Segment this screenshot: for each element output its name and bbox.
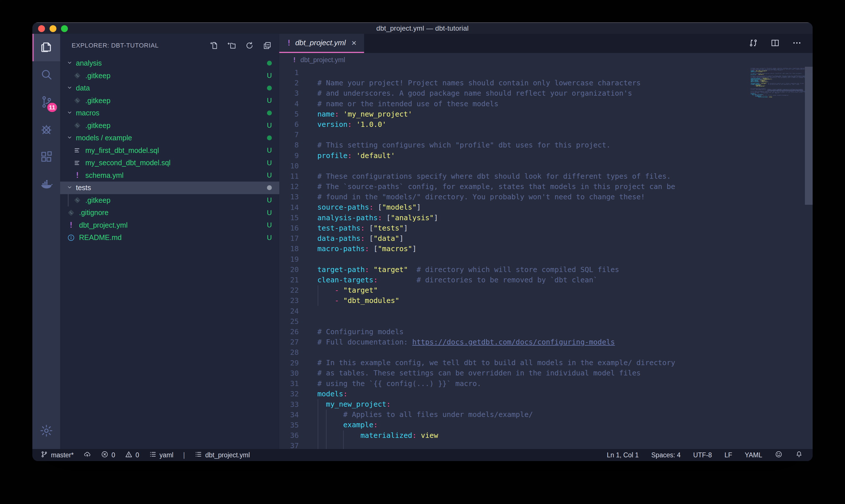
- main-area: 11 EXPLORER: DBT-TUTORIAL analysis.gitke…: [32, 34, 813, 449]
- status-git-branch[interactable]: master*: [40, 450, 74, 460]
- titlebar[interactable]: dbt_project.yml — dbt-tutorial: [32, 22, 813, 34]
- status-outline-yaml[interactable]: yaml: [149, 450, 174, 460]
- code-line-1[interactable]: [317, 68, 749, 78]
- code-line-17[interactable]: data-paths: ["data"]: [317, 233, 749, 244]
- code-line-6[interactable]: version: '1.0.0': [317, 120, 749, 130]
- code-line-5[interactable]: name: 'my_new_project': [317, 109, 749, 120]
- code-line-10[interactable]: [317, 161, 749, 171]
- status-notifications[interactable]: [795, 450, 803, 460]
- code-line-15[interactable]: analysis-paths: ["analysis"]: [317, 213, 749, 223]
- split-editor-icon[interactable]: [770, 38, 780, 49]
- close-tab-icon[interactable]: ×: [352, 39, 357, 47]
- status-publish[interactable]: [83, 450, 91, 460]
- code-line-23[interactable]: - "dbt_modules": [317, 295, 749, 306]
- code-line-20[interactable]: target-path: "target" # directory which …: [317, 265, 749, 275]
- code-line-30[interactable]: # as tables. These settings can be overr…: [317, 368, 749, 378]
- tree-item-models-example[interactable]: models / example: [60, 132, 279, 144]
- code-line-9[interactable]: profile: 'default': [317, 151, 749, 161]
- activity-item-search[interactable]: [32, 61, 60, 89]
- code-line-36[interactable]: materialized: view: [317, 430, 749, 441]
- code-line-12[interactable]: # The `source-paths` config, for example…: [317, 182, 749, 192]
- tree-item--gitkeep[interactable]: .gitkeepU: [60, 94, 279, 107]
- tab-dbt-project-yml[interactable]: ! dbt_project.yml ×: [279, 34, 364, 53]
- tree-item-dbt-project-yml[interactable]: !dbt_project.ymlU: [60, 219, 279, 232]
- tree-item--gitkeep[interactable]: .gitkeepU: [60, 70, 279, 82]
- activity-item-settings[interactable]: [32, 417, 60, 445]
- breadcrumb[interactable]: ! dbt_project.yml: [279, 53, 813, 67]
- activity-item-docker[interactable]: [32, 171, 60, 199]
- code-line-7[interactable]: [317, 130, 749, 140]
- code-line-25[interactable]: [317, 317, 749, 327]
- compare-changes-icon[interactable]: [749, 38, 758, 49]
- code-line-31[interactable]: # using the `{{ config(...) }}` macro.: [317, 379, 749, 389]
- indent-guide: [318, 295, 318, 306]
- minimap[interactable]: # Name your project! Project names shoul…: [749, 67, 805, 449]
- code-line-34[interactable]: # Applies to all files under models/exam…: [317, 410, 749, 420]
- code-editor[interactable]: 1234567891011121314151617181920212223242…: [279, 67, 813, 449]
- activity-item-source-control[interactable]: 11: [32, 89, 60, 116]
- collapse-all-icon[interactable]: [263, 41, 272, 50]
- tree-item-my-second-dbt-model-sql[interactable]: my_second_dbt_model.sqlU: [60, 157, 279, 169]
- tree-item-tests[interactable]: tests: [60, 182, 279, 194]
- code-line-37[interactable]: [317, 441, 749, 449]
- status-eol[interactable]: LF: [724, 451, 732, 459]
- zoom-window-button[interactable]: [61, 25, 68, 32]
- code-line-28[interactable]: [317, 347, 749, 358]
- code-line-35[interactable]: example:: [317, 420, 749, 430]
- code-line-32[interactable]: models:: [317, 389, 749, 399]
- doc-link[interactable]: https://docs.getdbt.com/docs/configuring…: [412, 338, 615, 346]
- status-cursor-position[interactable]: Ln 1, Col 1: [607, 451, 639, 459]
- tree-item--gitkeep[interactable]: .gitkeepU: [60, 194, 279, 207]
- tree-item-readme-md[interactable]: README.mdU: [60, 231, 279, 244]
- code-line-8[interactable]: # This setting configures which "profile…: [317, 140, 749, 150]
- tree-item-label: .gitkeep: [85, 96, 111, 105]
- indent-guide: [318, 399, 318, 410]
- status-outline-file[interactable]: dbt_project.yml: [195, 450, 250, 460]
- code-line-13[interactable]: # found in the "models/" directory. You …: [317, 192, 749, 202]
- activity-item-explorer[interactable]: [32, 34, 60, 61]
- close-window-button[interactable]: [38, 25, 45, 32]
- code-line-18[interactable]: macro-paths: ["macros"]: [317, 244, 749, 254]
- code-content[interactable]: # Name your project! Project names shoul…: [317, 68, 749, 449]
- code-line-11[interactable]: # These configurations specify where dbt…: [317, 171, 749, 182]
- code-line-3[interactable]: # and underscores. A good package name s…: [317, 88, 749, 98]
- code-line-22[interactable]: - "target": [317, 285, 749, 295]
- status-indentation-label: Spaces: 4: [651, 451, 681, 459]
- minimize-window-button[interactable]: [50, 25, 56, 32]
- code-line-26[interactable]: # Configuring models: [317, 327, 749, 337]
- code-line-16[interactable]: test-paths: ["tests"]: [317, 223, 749, 233]
- code-line-29[interactable]: # In this example config, we tell dbt to…: [317, 358, 749, 368]
- new-file-icon[interactable]: [210, 41, 219, 50]
- status-encoding[interactable]: UTF-8: [693, 451, 712, 459]
- code-line-24[interactable]: [317, 306, 749, 316]
- new-folder-icon[interactable]: [227, 41, 236, 50]
- tree-item--gitignore[interactable]: .gitignoreU: [60, 206, 279, 219]
- indent-guide: [326, 420, 326, 430]
- code-line-4[interactable]: # name or the intended use of these mode…: [317, 99, 749, 109]
- status-feedback[interactable]: [775, 450, 783, 460]
- status-errors[interactable]: 0: [101, 450, 115, 460]
- code-line-21[interactable]: clean-targets: # directories to be remov…: [317, 275, 749, 285]
- tree-item-schema-yml[interactable]: !schema.ymlU: [60, 169, 279, 182]
- code-line-19[interactable]: [317, 254, 749, 264]
- more-actions-icon[interactable]: [792, 38, 802, 49]
- status-warnings[interactable]: 0: [125, 450, 139, 460]
- branch-icon: [40, 450, 48, 460]
- scrollbar[interactable]: [805, 67, 813, 205]
- status-indentation[interactable]: Spaces: 4: [651, 451, 681, 459]
- activity-item-extensions[interactable]: [32, 144, 60, 171]
- debug-icon: [39, 123, 53, 138]
- status-language-mode[interactable]: YAML: [745, 451, 762, 459]
- tree-item-macros[interactable]: macros: [60, 107, 279, 120]
- activity-item-debug[interactable]: [32, 116, 60, 144]
- code-line-14[interactable]: source-paths: ["models"]: [317, 202, 749, 213]
- tree-item-data[interactable]: data: [60, 82, 279, 94]
- refresh-icon[interactable]: [245, 41, 254, 50]
- code-line-27[interactable]: # Full documentation: https://docs.getdb…: [317, 337, 749, 347]
- tree-item-my-first-dbt-model-sql[interactable]: my_first_dbt_model.sqlU: [60, 144, 279, 157]
- code-line-33[interactable]: my_new_project:: [317, 399, 749, 410]
- tree-item--gitkeep[interactable]: .gitkeepU: [60, 120, 279, 132]
- code-line-2[interactable]: # Name your project! Project names shoul…: [317, 78, 749, 88]
- git-modified-dot: [267, 110, 272, 115]
- tree-item-analysis[interactable]: analysis: [60, 57, 279, 70]
